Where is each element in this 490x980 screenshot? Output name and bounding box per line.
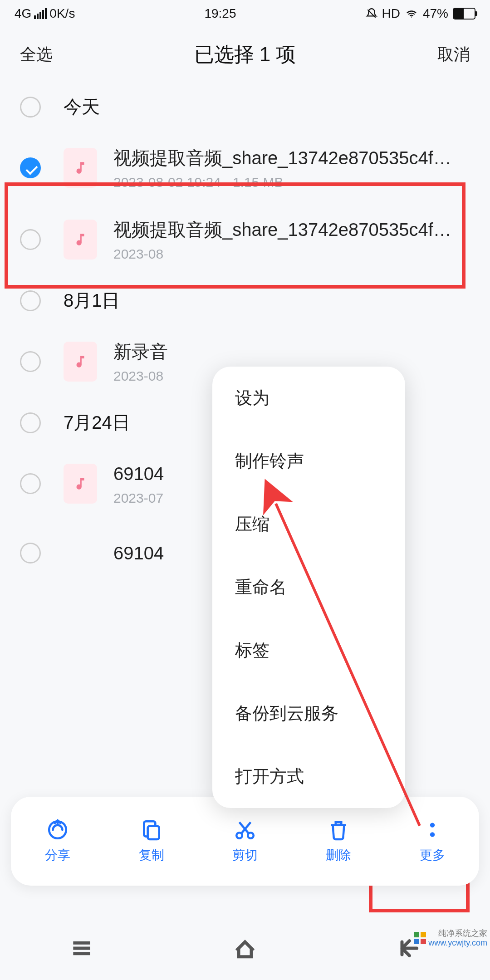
section-label: 8月1日 [64,288,120,313]
file-meta: 2023-08-02 19:241.15 MB [113,175,470,190]
more-popup-menu: 设为 制作铃声 压缩 重命名 标签 备份到云服务 打开方式 [212,367,405,808]
trash-icon [327,818,350,841]
section-checkbox[interactable] [20,97,41,118]
file-checkbox[interactable] [20,351,41,372]
share-icon [46,818,69,841]
file-checkbox[interactable] [20,543,41,564]
section-label: 7月24日 [64,410,130,435]
header-title: 已选择 1 项 [194,41,296,68]
battery-level: 47% [423,6,448,21]
popup-compress[interactable]: 压缩 [212,493,405,556]
popup-make-ringtone[interactable]: 制作铃声 [212,430,405,493]
home-icon[interactable] [232,936,258,961]
file-name: 新录音 [113,339,470,364]
system-nav-bar [0,916,490,980]
music-file-icon [64,148,97,188]
cancel-button[interactable]: 取消 [437,44,470,66]
more-dots-icon [421,818,444,841]
file-checkbox-checked[interactable] [20,157,41,178]
network-type: 4G [15,6,31,21]
svg-rect-1 [147,826,159,839]
bottom-toolbar: 分享 复制 剪切 删除 更多 [11,797,479,886]
svg-point-5 [430,832,435,837]
section-header-today[interactable]: 今天 [0,82,490,132]
signal-icon [34,8,47,19]
file-row[interactable]: 视频提取音频_share_13742e870535c4f… 2023-08-02… [0,132,490,204]
svg-point-4 [430,823,435,827]
bell-off-icon [366,8,377,20]
cut-label: 剪切 [232,847,258,864]
more-button[interactable]: 更多 [386,797,479,886]
popup-open-with[interactable]: 打开方式 [212,745,405,808]
selection-header: 全选 已选择 1 项 取消 [0,27,490,82]
status-bar: 4G 0K/s 19:25 HD 47% [0,0,490,27]
music-file-icon [64,464,97,504]
copy-button[interactable]: 复制 [104,797,198,886]
cut-button[interactable]: 剪切 [198,797,292,886]
select-all-button[interactable]: 全选 [20,44,53,66]
hd-label: HD [382,6,400,21]
more-label: 更多 [420,847,445,864]
delete-button[interactable]: 删除 [292,797,385,886]
file-name: 视频提取音频_share_13742e870535c4f… [113,217,470,242]
wifi-icon [405,8,418,20]
scissors-icon [234,818,256,841]
section-checkbox[interactable] [20,412,41,433]
music-file-icon [64,220,97,260]
section-checkbox[interactable] [20,290,41,311]
watermark: 纯净系统之家 www.ycwjty.com [414,929,487,948]
share-button[interactable]: 分享 [11,797,104,886]
watermark-logo-icon [414,932,426,945]
popup-set-as[interactable]: 设为 [212,367,405,430]
status-time: 19:25 [204,6,236,21]
delete-label: 删除 [326,847,351,864]
section-header-aug1[interactable]: 8月1日 [0,275,490,326]
popup-tag[interactable]: 标签 [212,619,405,682]
recent-apps-icon[interactable] [69,936,94,961]
file-name: 视频提取音频_share_13742e870535c4f… [113,146,470,170]
music-file-icon [64,342,97,382]
popup-backup-cloud[interactable]: 备份到云服务 [212,682,405,745]
popup-rename[interactable]: 重命名 [212,556,405,619]
file-checkbox[interactable] [20,229,41,250]
file-meta: 2023-08 [113,246,470,262]
file-row[interactable]: 视频提取音频_share_13742e870535c4f… 2023-08 [0,204,490,275]
copy-icon [140,818,163,841]
section-label: 今天 [64,94,100,119]
network-speed: 0K/s [49,6,75,21]
share-label: 分享 [45,847,70,864]
file-checkbox[interactable] [20,473,41,494]
battery-icon [453,8,475,20]
copy-label: 复制 [139,847,164,864]
